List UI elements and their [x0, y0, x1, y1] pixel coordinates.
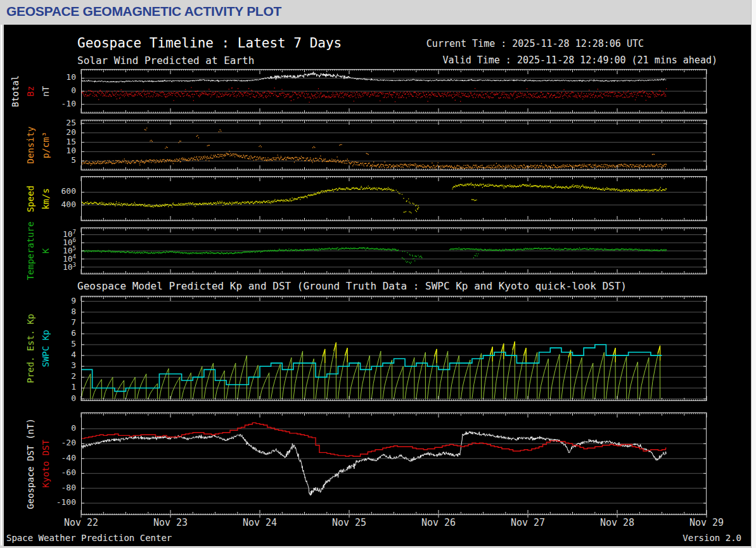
y-tick-label: 0 [41, 423, 76, 433]
scrollbar-track[interactable] [751, 0, 756, 548]
current-time-label: Current Time : 2025-11-28 12:28:06 UTC [426, 38, 644, 49]
y-tick-label: 8 [41, 307, 76, 316]
footer-version-label: Version 2.0 [682, 533, 741, 543]
axis-label-imf-1: Bz [25, 86, 35, 97]
y-tick-label: 9 [41, 296, 76, 305]
axis-label-temperature-0: Temperature [25, 222, 35, 281]
axis-label-dst-0: Geospace DST (nT) [25, 418, 35, 509]
axis-label-density-0: Density [25, 126, 35, 163]
y-tick-label: -100 [41, 497, 76, 507]
x-tick-label: Nov 29 [684, 517, 729, 528]
axis-label-speed-1: km/s [41, 188, 51, 210]
x-tick-label: Nov 24 [238, 517, 282, 528]
y-tick-label: 0 [41, 393, 76, 403]
x-tick-label: Nov 25 [327, 517, 371, 528]
axis-label-kp-0: Pred. Est. Kp [25, 314, 35, 383]
y-tick-label: 10 [41, 72, 76, 82]
y-tick-label: 103 [41, 262, 76, 272]
y-tick-label: 1 [41, 382, 76, 392]
valid-time-label: Valid Time : 2025-11-28 12:49:00 (21 min… [443, 54, 717, 66]
plot-title: Geospace Timeline : Latest 7 Days [77, 35, 342, 51]
y-tick-label: -10 [41, 99, 76, 108]
page-title: GEOSPACE GEOMAGNETIC ACTIVITY PLOT [6, 4, 281, 19]
y-tick-label: 2 [41, 371, 76, 381]
axis-label-dst-1: Kyoto DST [41, 440, 51, 488]
plot-subtitle: Solar Wind Predicted at Earth [77, 54, 254, 67]
axis-label-speed-0: Speed [25, 185, 35, 212]
page-left-edge [1, 25, 2, 545]
axis-label-temperature-1: K [41, 248, 51, 253]
x-tick-label: Nov 22 [59, 517, 103, 528]
x-tick-label: Nov 28 [595, 517, 639, 528]
axis-label-imf-2: nT [41, 86, 51, 97]
kp-dst-section-title: Geospace Model Predicted Kp and DST (Gro… [77, 280, 627, 292]
page: { "header": { "title": "GEOSPACE GEOMAGN… [0, 0, 756, 548]
axis-label-kp-1: SWPC Kp [41, 329, 51, 367]
x-tick-label: Nov 27 [506, 517, 550, 528]
geospace-plot-canvas: Geospace Timeline : Latest 7 Days Solar … [4, 25, 752, 546]
x-tick-label: Nov 26 [416, 517, 461, 528]
axis-label-imf-0: Btotal [10, 75, 20, 108]
y-tick-label: 7 [41, 317, 76, 327]
footer-source-label: Space Weather Prediction Center [6, 533, 172, 543]
x-tick-label: Nov 23 [148, 517, 193, 528]
axis-label-density-1: p/cm³ [41, 132, 51, 158]
y-tick-label: 25 [41, 118, 76, 127]
